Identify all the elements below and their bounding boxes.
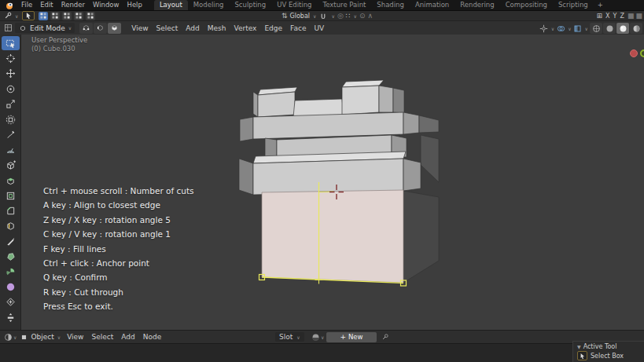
tool-spin[interactable] (2, 265, 20, 279)
viewport-menu-add[interactable]: Add (182, 21, 203, 35)
shader-menu-node[interactable]: Node (139, 331, 166, 344)
viewport-menu-uv[interactable]: UV (310, 21, 328, 35)
tool-poly-build[interactable] (2, 249, 20, 263)
viewport-menu-select[interactable]: Select (153, 21, 182, 35)
menu-help[interactable]: Help (123, 0, 145, 10)
shader-editor-canvas[interactable]: ▼Active Tool Select Box (0, 343, 644, 362)
active-tool-display[interactable] (22, 11, 35, 20)
select-option-invert[interactable] (74, 12, 83, 20)
blender-logo-icon[interactable] (5, 1, 14, 10)
tool-add-cube[interactable] (2, 158, 20, 172)
select-option-extend[interactable] (50, 12, 60, 20)
tool-bevel[interactable] (2, 203, 20, 218)
overlays-dropdown-icon[interactable] (556, 24, 565, 33)
workspace-tab-modeling[interactable]: Modeling (188, 0, 230, 10)
tool-loop-cut[interactable] (2, 219, 20, 233)
new-material-button[interactable]: + New (326, 332, 377, 342)
viewport-menu-edge[interactable]: Edge (260, 21, 286, 35)
tool-annotate[interactable] (2, 127, 20, 141)
snap-target-icon[interactable]: ∷ (346, 12, 351, 20)
workspace-tab-shading[interactable]: Shading (371, 0, 410, 10)
select-option-set[interactable] (39, 12, 48, 20)
transform-orientation-dropdown[interactable]: Global (290, 13, 311, 20)
shader-menu-add[interactable]: Add (117, 331, 138, 344)
face-select-mode-button[interactable] (108, 23, 121, 34)
workspace-tab-sculpting[interactable]: Sculpting (229, 0, 271, 10)
editor-type-icon[interactable] (3, 24, 13, 32)
hint-line: Ctrl + click : Anchor point (43, 256, 194, 270)
chevron-down-icon: ∨ (551, 26, 554, 31)
pivot-point-icon[interactable]: ⊙ (359, 12, 366, 20)
extra-options-icon[interactable]: ■ (635, 12, 642, 20)
tool-cursor[interactable] (2, 51, 20, 65)
vertex-select-mode-button[interactable] (79, 23, 93, 34)
viewport-menu-face[interactable]: Face (286, 21, 310, 35)
pin-icon[interactable] (381, 333, 390, 342)
workspace-tab-scripting[interactable]: Scripting (553, 0, 594, 10)
xray-toggle-icon[interactable] (573, 24, 583, 33)
tool-smooth[interactable] (2, 280, 20, 294)
options-expand-icon[interactable]: ⊞ (597, 12, 603, 20)
mirror-axis-toggles: XYZ (604, 13, 626, 20)
orientation-icon: ⇅ (282, 12, 288, 20)
select-option-subtract[interactable] (62, 12, 72, 20)
workspace-tab-layout[interactable]: Layout (154, 0, 188, 10)
mirror-x-toggle[interactable]: X (604, 13, 611, 20)
viewport-menu-vertex[interactable]: Vertex (230, 21, 260, 35)
workspace-tab-animation[interactable]: Animation (410, 0, 454, 10)
shading-solid-button[interactable] (603, 23, 616, 34)
workspace-tab-texture-paint[interactable]: Texture Paint (318, 0, 372, 10)
menu-window[interactable]: Window (89, 0, 123, 10)
mesh-select-mode-buttons (79, 23, 121, 34)
shading-wireframe-button[interactable] (590, 23, 602, 34)
proportional-editing-icon[interactable]: ◎ (337, 12, 344, 20)
material-slot-dropdown[interactable]: Slot ∨ (275, 332, 304, 342)
workspace-tab-uv-editing[interactable]: UV Editing (271, 0, 317, 10)
menu-render[interactable]: Render (57, 0, 89, 10)
editor-type-shader-icon[interactable] (3, 333, 13, 342)
chevron-down-icon: ∨ (68, 25, 72, 31)
browse-material-icon[interactable] (311, 333, 320, 342)
hint-line: A key : Align to closest edge (43, 198, 194, 212)
shader-type-dropdown[interactable]: Object ∨ (17, 333, 63, 342)
workspace-tabs: LayoutModelingSculptingUV EditingTexture… (154, 0, 607, 10)
mirror-y-toggle[interactable]: Y (612, 13, 619, 20)
tool-knife[interactable] (2, 234, 20, 248)
tool-rotate[interactable] (2, 82, 20, 96)
edge-select-mode-button[interactable] (94, 23, 107, 34)
3d-viewport[interactable]: User Perspective (0) Cube.030 Ctrl + mou… (21, 35, 644, 330)
workspace-tab-rendering[interactable]: Rendering (454, 0, 499, 10)
tool-select-box[interactable] (2, 36, 20, 50)
tool-inset-faces[interactable] (2, 188, 20, 203)
tool-extrude-region[interactable] (2, 174, 20, 188)
menu-file[interactable]: File (17, 0, 36, 10)
tool-move[interactable] (2, 67, 20, 81)
snap-magnet-icon[interactable] (318, 12, 328, 20)
gizmos-dropdown-icon[interactable] (539, 24, 549, 33)
mode-dropdown[interactable]: Edit Mode ∨ (15, 23, 75, 33)
topbar: FileEditRenderWindowHelp LayoutModelingS… (0, 0, 644, 10)
select-option-intersect[interactable] (86, 12, 95, 20)
viewport-menu-mesh[interactable]: Mesh (204, 21, 230, 35)
falloff-curve-icon[interactable]: ∧ (367, 12, 373, 20)
tool-settings-icon[interactable] (3, 12, 13, 20)
snap-options-icon[interactable]: ■ (627, 12, 635, 20)
menu-edit[interactable]: Edit (36, 0, 57, 10)
shading-rendered-button[interactable] (630, 23, 642, 34)
shader-menu-select[interactable]: Select (87, 331, 117, 344)
mirror-z-toggle[interactable]: Z (618, 13, 625, 20)
tool-measure[interactable] (2, 143, 20, 157)
active-tool-panel-header[interactable]: ▼Active Tool (577, 343, 644, 350)
nav-gizmo-y-axis[interactable] (640, 49, 644, 57)
add-workspace-button[interactable]: + (594, 0, 607, 10)
tool-scale[interactable] (2, 97, 20, 112)
workspace-tab-compositing[interactable]: Compositing (500, 0, 553, 10)
tool-shrink-fatten[interactable] (2, 310, 20, 324)
shading-material-button[interactable] (616, 23, 629, 34)
nav-gizmo-x-axis[interactable] (630, 49, 638, 57)
shader-menu-view[interactable]: View (63, 331, 87, 344)
tool-edge-slide[interactable] (2, 295, 20, 309)
active-tool-panel: ▼Active Tool Select Box (572, 341, 644, 362)
viewport-menu-view[interactable]: View (127, 21, 152, 35)
tool-transform[interactable] (2, 112, 20, 126)
